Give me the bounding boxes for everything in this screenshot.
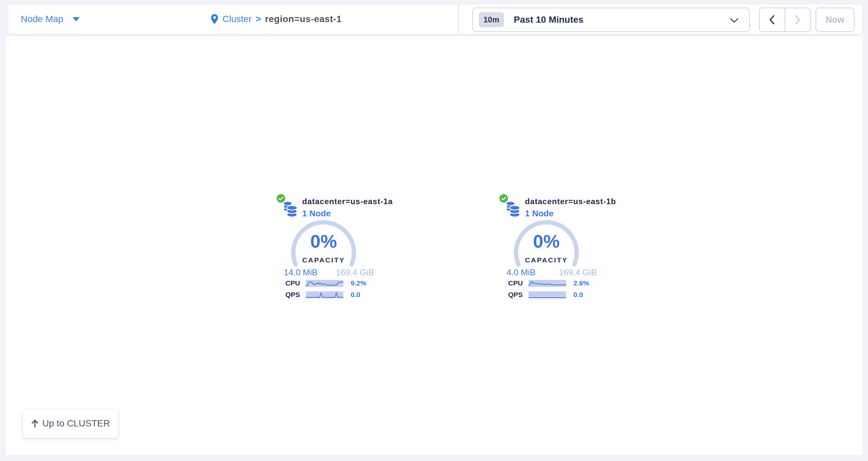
datacenter-group-us-east-1a[interactable]: datacenter=us-east-1a 1 Node 0% CAPACITY… <box>277 193 382 304</box>
capacity-total: 169.4 GiB <box>336 267 374 277</box>
capacity-percent: 0% <box>291 230 356 252</box>
time-pager <box>759 7 811 32</box>
prev-time-button[interactable] <box>760 8 785 31</box>
up-to-cluster-label: Up to CLUSTER <box>42 418 110 429</box>
chevron-down-icon <box>730 18 739 23</box>
cpu-value: 2.6% <box>574 279 589 287</box>
qps-sparkline <box>529 291 566 298</box>
metrics-block: CPU 2.6% QPS 0.0 <box>508 279 589 302</box>
time-range-dropdown[interactable]: 10m Past 10 Minutes <box>472 7 750 32</box>
node-map-canvas: datacenter=us-east-1a 1 Node 0% CAPACITY… <box>5 36 863 455</box>
location-pin-icon <box>211 14 218 24</box>
qps-metric-row: QPS 0.0 <box>285 291 367 299</box>
datacenter-node-count: 1 Node <box>525 208 616 219</box>
datacenter-header: datacenter=us-east-1b 1 Node <box>525 197 616 219</box>
capacity-caption: CAPACITY <box>514 256 579 264</box>
arrow-up-icon <box>31 419 39 428</box>
view-selector-label: Node Map <box>21 14 63 24</box>
datacenter-title: datacenter=us-east-1b <box>525 197 616 206</box>
cpu-sparkline <box>306 280 343 287</box>
qps-metric-row: QPS 0.0 <box>508 291 589 299</box>
capacity-total: 169.4 GiB <box>559 267 597 277</box>
qps-value: 0.0 <box>574 291 583 299</box>
cpu-metric-row: CPU 2.6% <box>508 279 589 287</box>
time-range-label: Past 10 Minutes <box>514 14 584 25</box>
up-to-cluster-button[interactable]: Up to CLUSTER <box>23 409 118 438</box>
topbar-divider <box>458 4 459 34</box>
capacity-values-row: 4.0 MiB 169.4 GiB <box>506 267 597 277</box>
capacity-percent: 0% <box>514 230 579 252</box>
top-bar: Node Map Cluster > region=us-east-1 10m … <box>8 4 863 34</box>
next-time-button[interactable] <box>785 8 810 31</box>
cpu-sparkline <box>529 280 566 287</box>
qps-value: 0.0 <box>351 291 360 299</box>
breadcrumb-separator: > <box>256 14 261 24</box>
metrics-block: CPU 9.2% QPS 0.0 <box>285 279 367 302</box>
view-selector-dropdown[interactable]: Node Map <box>21 4 80 34</box>
breadcrumb-cluster-link[interactable]: Cluster <box>222 14 252 24</box>
chevron-left-icon <box>769 15 775 25</box>
datacenter-title: datacenter=us-east-1a <box>302 197 393 206</box>
capacity-values-row: 14.0 MiB 169.4 GiB <box>284 267 374 277</box>
capacity-caption: CAPACITY <box>291 256 356 264</box>
datacenter-group-us-east-1b[interactable]: datacenter=us-east-1b 1 Node 0% CAPACITY… <box>499 193 605 304</box>
breadcrumb-current: region=us-east-1 <box>265 14 342 24</box>
capacity-used: 14.0 MiB <box>284 267 318 277</box>
now-button[interactable]: Now <box>816 7 855 32</box>
datacenter-header: datacenter=us-east-1a 1 Node <box>302 197 393 219</box>
datacenter-node-count: 1 Node <box>302 208 393 219</box>
time-range-badge: 10m <box>479 12 504 27</box>
qps-label: QPS <box>285 291 306 299</box>
cpu-value: 9.2% <box>351 279 367 287</box>
cpu-label: CPU <box>508 279 529 287</box>
database-stack-icon <box>506 201 520 217</box>
cpu-metric-row: CPU 9.2% <box>285 279 367 287</box>
qps-sparkline <box>306 291 343 298</box>
database-stack-icon <box>283 201 298 217</box>
cpu-label: CPU <box>285 279 306 287</box>
qps-label: QPS <box>508 291 529 299</box>
caret-down-icon <box>72 17 80 22</box>
capacity-used: 4.0 MiB <box>506 267 535 277</box>
breadcrumb: Cluster > region=us-east-1 <box>211 4 342 34</box>
chevron-right-icon <box>795 15 801 25</box>
